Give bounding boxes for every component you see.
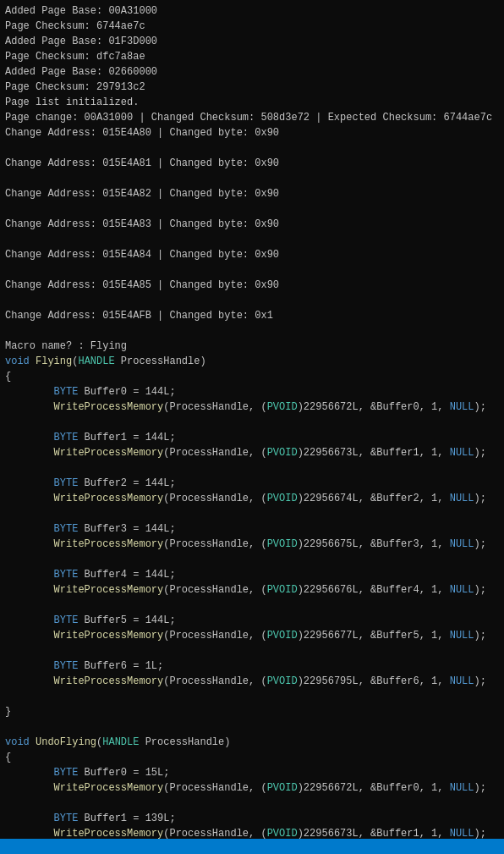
console-line: BYTE Buffer5 = 144L; (5, 614, 176, 626)
status-bar (0, 839, 504, 854)
console-line: { (5, 752, 11, 763)
console-line: BYTE Buffer0 = 144L; (5, 386, 176, 398)
console-line: WriteProcessMemory(ProcessHandle, (PVOID… (5, 493, 486, 504)
console-line: Added Page Base: 02660000 (5, 66, 157, 78)
console-line: Change Address: 015E4A84 | Changed byte:… (5, 249, 279, 261)
console-line: WriteProcessMemory(ProcessHandle, (PVOID… (5, 401, 486, 413)
console-line: Added Page Base: 01F3D000 (5, 36, 157, 47)
console-line: BYTE Buffer6 = 1L; (5, 660, 163, 672)
console-line: Macro name? : Flying (5, 340, 127, 352)
console-line: WriteProcessMemory(ProcessHandle, (PVOID… (5, 675, 486, 687)
console-line: Added Page Base: 00A31000 (5, 5, 157, 17)
console-line: Page Checksum: 6744ae7c (5, 20, 145, 32)
console-output: Added Page Base: 00A31000 Page Checksum:… (0, 0, 504, 854)
console-line: Change Address: 015E4A81 | Changed byte:… (5, 157, 279, 169)
console-line: BYTE Buffer1 = 144L; (5, 432, 176, 444)
console-line: BYTE Buffer3 = 144L; (5, 523, 176, 535)
console-line: BYTE Buffer2 = 144L; (5, 477, 176, 489)
console-line: Change Address: 015E4A82 | Changed byte:… (5, 188, 279, 200)
console-line: void Flying(HANDLE ProcessHandle) (5, 355, 206, 367)
console-line: Page change: 00A31000 | Changed Checksum… (5, 112, 492, 124)
console-line: Page list initialized. (5, 96, 139, 108)
console-line: Page Checksum: dfc7a8ae (5, 51, 145, 63)
console-line: Change Address: 015E4AFB | Changed byte:… (5, 310, 273, 322)
console-line: void UndoFlying(HANDLE ProcessHandle) (5, 736, 230, 748)
console-line: WriteProcessMemory(ProcessHandle, (PVOID… (5, 584, 486, 596)
console-line: WriteProcessMemory(ProcessHandle, (PVOID… (5, 538, 486, 550)
console-line: WriteProcessMemory(ProcessHandle, (PVOID… (5, 447, 486, 459)
console-line: { (5, 371, 11, 383)
console-line: Change Address: 015E4A83 | Changed byte:… (5, 218, 279, 230)
console-line: WriteProcessMemory(ProcessHandle, (PVOID… (5, 782, 486, 794)
console-line: Page Checksum: 297913c2 (5, 81, 145, 93)
console-line: BYTE Buffer1 = 139L; (5, 813, 176, 824)
console-line: Change Address: 015E4A80 | Changed byte:… (5, 127, 279, 139)
console-line: WriteProcessMemory(ProcessHandle, (PVOID… (5, 828, 486, 840)
console-line: BYTE Buffer0 = 15L; (5, 767, 169, 779)
console-line: } (5, 706, 11, 718)
console-line: BYTE Buffer4 = 144L; (5, 569, 176, 581)
console-line: WriteProcessMemory(ProcessHandle, (PVOID… (5, 630, 486, 642)
console-line: Change Address: 015E4A85 | Changed byte:… (5, 279, 279, 291)
